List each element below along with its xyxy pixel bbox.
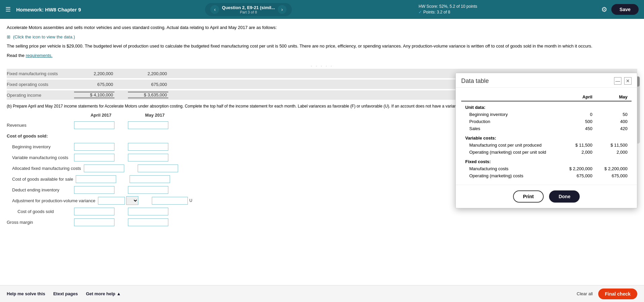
cogs-april-cell: 2497500 [74,208,114,215]
gross-margin-label: Gross margin [7,220,74,225]
april-col-header: April [561,93,596,101]
data-table-content: April May Unit data: Beginning inventory… [461,93,632,179]
beginning-inventory-april-input[interactable]: 0 [74,143,114,151]
dt-beginning-inventory-april: 0 [561,111,596,118]
done-button[interactable]: Done [549,190,580,203]
question-info: Question 2, E9-21 (simil... Part 3 of 8 [222,5,275,14]
gross-margin-row: Gross margin 10552500 5545000 [7,217,637,227]
beginning-inventory-label: Beginning inventory [7,144,74,149]
adj-pv-april-input[interactable]: 0 [98,197,125,205]
cogs-avail-may-input[interactable]: 6637500 [130,175,170,183]
adj-pv-label: Adjustment for production-volume varianc… [7,198,98,203]
dt-beginning-inventory-may: 50 [597,111,632,118]
deduct-ending-may-cell: (442500) [128,186,168,194]
view-data-link[interactable]: (Click the icon to view the data.) [13,34,75,39]
dt-sales-label: Sales [461,125,561,132]
dt-operating-cost-row: Operating (marketing) cost per unit sold… [461,149,632,156]
dt-mfg-cost-april: $ 11,500 [561,142,596,149]
adj-pv-may-variance: U [189,198,192,203]
revenues-april-input[interactable]: 13050000 [74,121,114,129]
dt-sales-row: Sales 450 420 [461,125,632,132]
variable-mfg-april-cell: 5750000 [74,154,114,161]
header-right: ⚙ Save [601,4,639,15]
deduct-ending-april-input[interactable]: (277500) [74,186,114,194]
fixed-mfg-label: Fixed manufacturing costs [7,71,74,76]
gross-margin-may-cell: 5545000 [128,218,168,226]
adj-pv-april-variance-select[interactable]: FU [126,196,138,205]
unit-data-section: Unit data: [461,101,632,111]
dt-fixed-operating-april: 675,000 [561,172,596,179]
variable-costs-label: Variable costs: [461,132,632,142]
deduct-ending-may-input[interactable]: (442500) [128,186,168,194]
dt-fixed-mfg-row: Manufacturing costs $ 2,200,000 $ 2,200,… [461,165,632,172]
alloc-fixed-april-cell: 2200000 [84,164,124,172]
modal-header: Data table — ✕ [456,73,637,88]
unit-data-label: Unit data: [461,101,632,111]
dt-sales-april: 450 [561,125,596,132]
revenues-may-input[interactable]: 12180000 [128,121,168,129]
april-header: April 2017 [74,113,128,118]
cogs-may-input[interactable]: 6635000 [128,208,168,215]
alloc-fixed-may-input[interactable]: 1760000 [138,164,178,172]
cogs-avail-april-cell: 2775000 [76,175,116,183]
beginning-inventory-april-cell: 0 [74,143,114,151]
dt-fixed-operating-row: Operating (marketing) costs 675,000 675,… [461,172,632,179]
grid-icon: ⊞ [7,34,10,39]
prev-question-button[interactable]: ‹ [210,5,219,14]
dt-production-may: 400 [597,118,632,125]
dt-sales-may: 420 [597,125,632,132]
cogs-section-label: Cost of goods sold: [7,133,74,139]
revenues-label: Revenues [7,123,74,128]
requirements-link[interactable]: requirements. [26,53,52,58]
revenues-may-cell: 12180000 [128,121,168,129]
data-link-row: ⊞ (Click the icon to view the data.) [7,34,637,40]
fixed-costs-label: Fixed costs: [461,156,632,165]
dt-fixed-operating-label: Operating (marketing) costs [461,172,561,179]
menu-icon[interactable]: ☰ [5,6,11,13]
dt-beginning-inventory-label: Beginning inventory [461,111,561,118]
modal-minimize-button[interactable]: — [614,77,621,85]
may-col-header: May [597,93,632,101]
cogs-avail-label: Cost of goods available for sale [7,177,76,182]
fixed-op-april: 675,000 [74,82,114,87]
revenues-april-cell: 13050000 [74,121,114,129]
gross-margin-may-input[interactable]: 5545000 [128,218,168,226]
dt-fixed-mfg-may: $ 2,200,000 [597,165,632,172]
may-header: May 2017 [128,113,182,118]
variable-mfg-may-input[interactable]: 4600000 [128,154,168,161]
adj-pv-april-cell: 0 FU [98,196,138,205]
cogs-avail-may-cell: 6637500 [130,175,170,183]
gross-margin-april-cell: 10552500 [74,218,114,226]
gross-margin-april-input[interactable]: 10552500 [74,218,114,226]
modal-body: April May Unit data: Beginning inventory… [456,88,637,185]
score-info: HW Score: 52%, 5.2 of 10 points ✓ Points… [418,4,477,15]
cogs-avail-april-input[interactable]: 2775000 [76,175,116,183]
alloc-fixed-label: Allocated fixed manufacturing costs [7,166,84,171]
dt-mfg-cost-label: Manufacturing cost per unit produced [461,142,561,149]
modal-footer: Print Done [456,185,637,208]
main-content: Accelerate Motors assembles and sells mo… [0,19,644,285]
header-title: Homework: HW8 Chapter 9 [16,7,81,12]
dt-production-label: Production [461,118,561,125]
save-button[interactable]: Save [611,4,639,15]
dt-operating-cost-label: Operating (marketing) cost per unit sold [461,149,561,156]
print-button[interactable]: Print [513,190,544,203]
deduct-ending-april-cell: (277500) [74,186,114,194]
cogs-subtotal-label: Cost of goods sold [7,209,74,214]
question-nav: ‹ Question 2, E9-21 (simil... Part 3 of … [205,3,292,16]
op-income-may: $ 3,635,000 [128,92,168,98]
variable-costs-section: Variable costs: [461,132,632,142]
settings-button[interactable]: ⚙ [601,5,607,13]
alloc-fixed-april-input[interactable]: 2200000 [84,164,124,172]
modal-close-button[interactable]: ✕ [624,77,632,85]
cogs-april-input[interactable]: 2497500 [74,208,114,215]
alloc-fixed-may-cell: 1760000 [138,164,178,172]
variable-mfg-april-input[interactable]: 5750000 [74,154,114,161]
next-question-button[interactable]: › [278,5,286,14]
adj-pv-may-cell: 440000 U [152,197,192,205]
dt-mfg-cost-row: Manufacturing cost per unit produced $ 1… [461,142,632,149]
requirements-row: Read the requirements. [7,52,637,59]
fixed-op-may: 675,000 [128,82,168,87]
beginning-inventory-may-input[interactable]: 277500 [128,143,168,151]
adj-pv-may-input[interactable]: 440000 [152,197,188,205]
